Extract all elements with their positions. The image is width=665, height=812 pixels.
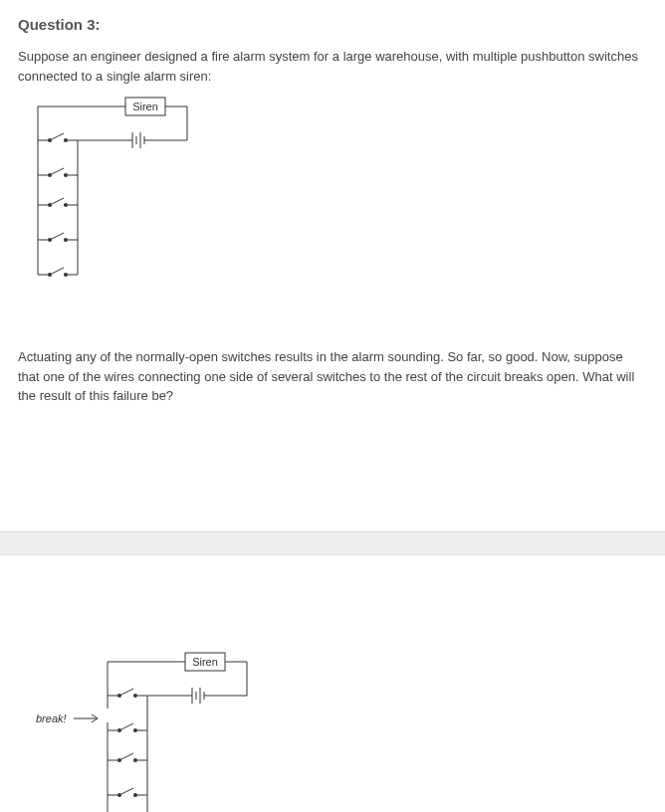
svg-point-30 xyxy=(64,238,68,242)
svg-line-58 xyxy=(119,723,133,730)
svg-point-15 xyxy=(64,138,68,142)
svg-point-54 xyxy=(133,694,137,698)
siren-label-2: Siren xyxy=(192,656,218,668)
svg-point-25 xyxy=(64,203,68,207)
svg-point-64 xyxy=(133,758,137,762)
svg-line-24 xyxy=(50,198,64,205)
svg-line-68 xyxy=(119,788,133,795)
svg-line-53 xyxy=(119,689,133,696)
circuit-diagram-1: Siren xyxy=(18,96,647,298)
siren-label: Siren xyxy=(132,101,158,112)
svg-point-35 xyxy=(64,273,68,277)
section-divider xyxy=(0,531,665,555)
circuit-diagram-2: break! Siren xyxy=(28,651,647,813)
svg-line-63 xyxy=(119,753,133,760)
question-title: Question 3: xyxy=(18,16,647,33)
svg-line-29 xyxy=(50,233,64,240)
intro-text: Suppose an engineer designed a fire alar… xyxy=(18,47,647,86)
svg-point-69 xyxy=(133,793,137,797)
svg-point-20 xyxy=(64,173,68,177)
break-label: break! xyxy=(36,712,67,724)
svg-point-59 xyxy=(133,728,137,732)
svg-line-19 xyxy=(50,168,64,175)
svg-line-14 xyxy=(50,133,64,140)
mid-text: Actuating any of the normally-open switc… xyxy=(18,347,647,406)
svg-line-34 xyxy=(50,268,64,275)
